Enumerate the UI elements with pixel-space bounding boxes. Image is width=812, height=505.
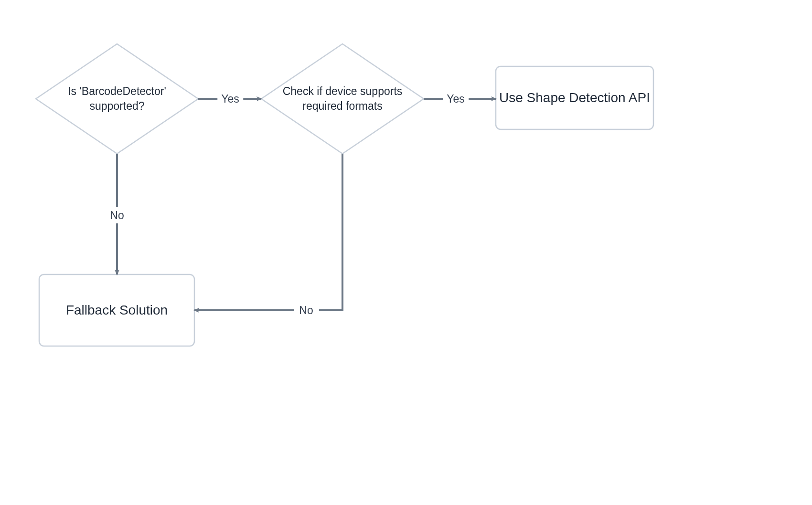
- terminal-shape-detection-api: [496, 66, 653, 129]
- decision-barcode-detector: [36, 44, 198, 154]
- decision-device-formats: [261, 44, 424, 154]
- edge-d2-no-seg1: [319, 154, 342, 310]
- flowchart-canvas: [0, 0, 812, 505]
- terminal-fallback-solution: [39, 274, 194, 346]
